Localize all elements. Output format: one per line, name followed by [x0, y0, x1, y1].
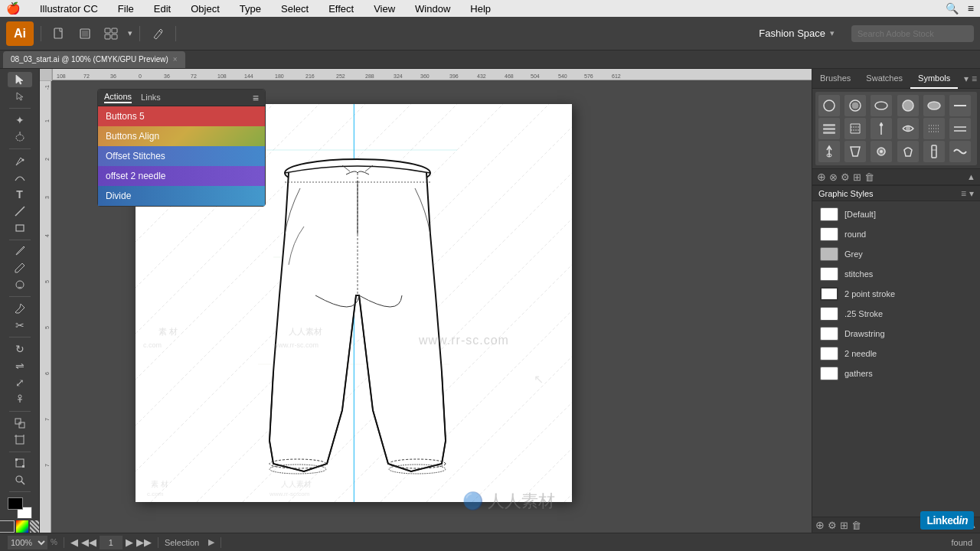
artboard-number[interactable] — [100, 536, 122, 549]
menu-type[interactable]: Type — [236, 2, 265, 16]
action-offset-stitches[interactable]: Offset Stitches — [98, 146, 265, 166]
menu-object[interactable]: Object — [187, 2, 224, 16]
action-offset-needle[interactable]: offset 2 needle — [98, 166, 265, 186]
gs-item-stitches[interactable]: stitches — [815, 264, 977, 284]
rect-tool[interactable] — [8, 220, 32, 236]
dropdown-arrow-grid[interactable]: ▾ — [128, 28, 132, 38]
symbol-cell-16[interactable] — [897, 141, 919, 162]
symbol-break-link-btn[interactable]: ⊗ — [829, 171, 838, 183]
artboard-tool[interactable] — [8, 432, 32, 448]
menu-select[interactable]: Select — [277, 2, 312, 16]
menu-effect[interactable]: Effect — [325, 2, 358, 16]
symbol-cell-1[interactable] — [818, 95, 840, 116]
gs-panel-menu[interactable]: ≡ — [961, 188, 966, 199]
symbol-cell-10[interactable] — [897, 118, 919, 139]
action-buttons5[interactable]: Buttons 5 — [98, 106, 265, 126]
search-icon[interactable]: 🔍 — [946, 2, 959, 15]
panel-expand-btn[interactable]: ▲ — [967, 172, 975, 181]
color-swatches[interactable] — [5, 497, 35, 519]
puppet-warp-tool[interactable] — [8, 392, 32, 407]
scale-tool[interactable]: ⤢ — [8, 375, 32, 390]
gs-item-grey[interactable]: Grey — [815, 244, 977, 264]
foreground-color[interactable] — [8, 497, 23, 510]
tab-brushes[interactable]: Brushes — [812, 69, 858, 89]
menu-illustrator[interactable]: Illustrator CC — [36, 2, 102, 16]
menu-help[interactable]: Help — [466, 2, 495, 16]
symbol-cell-12[interactable] — [949, 118, 971, 139]
symbol-cell-8[interactable] — [844, 118, 866, 139]
links-tab[interactable]: Links — [141, 93, 161, 103]
line-tool[interactable] — [8, 204, 32, 219]
gs-item-25stroke[interactable]: .25 Stroke — [815, 304, 977, 324]
toolbar-shape-icon[interactable] — [74, 23, 96, 44]
tab-symbols[interactable]: Symbols — [910, 69, 958, 89]
menu-view[interactable]: View — [370, 2, 399, 16]
symbol-duplicate-btn[interactable]: ⊞ — [853, 171, 861, 183]
symbol-place-btn[interactable]: ⊕ — [817, 171, 826, 183]
menu-file[interactable]: File — [114, 2, 138, 16]
symbol-cell-18[interactable] — [949, 141, 971, 162]
gs-item-drawstring[interactable]: Drawstring — [815, 324, 977, 344]
tab-close-btn[interactable]: × — [173, 55, 178, 64]
symbol-options-btn[interactable]: ⚙ — [841, 171, 850, 183]
scissors-tool[interactable]: ✂ — [8, 318, 32, 333]
shape-builder-tool[interactable] — [8, 416, 32, 431]
selection-tool[interactable] — [8, 72, 32, 87]
canvas-viewport[interactable]: 素 材 c.com 人人素材 www.rr-sc.com www.rr-sc.c… — [51, 81, 812, 533]
search-input[interactable] — [851, 25, 974, 42]
gradient-icon[interactable] — [16, 520, 28, 533]
toolbar-grid-btn[interactable] — [100, 23, 122, 44]
symbol-cell-5[interactable] — [923, 95, 945, 116]
menu-window[interactable]: Window — [411, 2, 454, 16]
pen-tool[interactable] — [8, 153, 32, 168]
symbol-delete-btn[interactable]: 🗑 — [864, 171, 874, 183]
text-tool[interactable]: T — [8, 187, 32, 202]
toolbar-pen-icon[interactable] — [147, 23, 168, 44]
panel-options-btn[interactable]: ≡ — [972, 73, 977, 84]
free-transform-tool[interactable] — [8, 455, 32, 471]
gs-new-btn[interactable]: ⊕ — [815, 519, 825, 531]
selection-mode-btn[interactable]: ▶ — [208, 537, 214, 547]
symbol-cell-11[interactable] — [923, 118, 945, 139]
document-tab[interactable]: 08_03_start.ai @ 100% (CMYK/GPU Preview)… — [3, 51, 185, 68]
direct-selection-tool[interactable] — [8, 89, 32, 104]
eraser-tool[interactable] — [8, 301, 32, 316]
paintbrush-tool[interactable] — [8, 243, 32, 259]
gs-options-btn[interactable]: ⚙ — [828, 520, 837, 531]
menu-edit[interactable]: Edit — [150, 2, 175, 16]
zoom-select[interactable]: 100% 50% 200% — [8, 536, 47, 549]
reflect-tool[interactable]: ⇌ — [8, 358, 32, 373]
gs-item-2point[interactable]: 2 point stroke — [815, 284, 977, 304]
action-divide[interactable]: Divide — [98, 186, 265, 206]
workspace-dropdown[interactable]: ▾ — [830, 28, 835, 38]
symbol-cell-14[interactable] — [844, 141, 866, 162]
symbol-cell-2[interactable] — [844, 95, 866, 116]
blob-brush-tool[interactable] — [8, 277, 32, 292]
last-artboard[interactable]: ▶▶ — [136, 536, 152, 548]
symbol-cell-3[interactable] — [871, 95, 892, 116]
symbol-cell-17[interactable] — [923, 141, 945, 162]
symbol-cell-13[interactable] — [818, 141, 840, 162]
gs-item-gathers[interactable]: gathers — [815, 364, 977, 383]
actions-panel-menu[interactable]: ≡ — [253, 92, 259, 104]
first-artboard[interactable]: ◀◀ — [81, 536, 96, 548]
symbol-cell-9[interactable] — [871, 118, 892, 139]
gs-item-2needle[interactable]: 2 needle — [815, 344, 977, 364]
symbol-cell-7[interactable] — [818, 118, 840, 139]
gs-duplicate-btn[interactable]: ⊞ — [840, 520, 848, 531]
apple-menu[interactable]: 🍎 — [6, 2, 21, 15]
prev-artboard[interactable]: ◀ — [70, 536, 78, 548]
pencil-tool[interactable] — [8, 260, 32, 276]
gs-panel-collapse[interactable]: ▾ — [969, 188, 974, 199]
zoom-tool[interactable] — [8, 472, 32, 487]
none-icon[interactable] — [30, 520, 41, 533]
symbol-cell-6[interactable] — [949, 95, 971, 116]
magic-wand-tool[interactable]: ✦ — [8, 112, 32, 128]
tab-swatches[interactable]: Swatches — [858, 69, 910, 89]
lasso-tool[interactable] — [8, 129, 32, 145]
collapse-panel-btn[interactable]: ▾ — [964, 73, 969, 84]
symbol-cell-4[interactable] — [897, 95, 919, 116]
gs-delete-btn[interactable]: 🗑 — [851, 520, 861, 531]
symbol-cell-15[interactable] — [871, 141, 892, 162]
rotate-tool[interactable]: ↻ — [8, 341, 32, 357]
